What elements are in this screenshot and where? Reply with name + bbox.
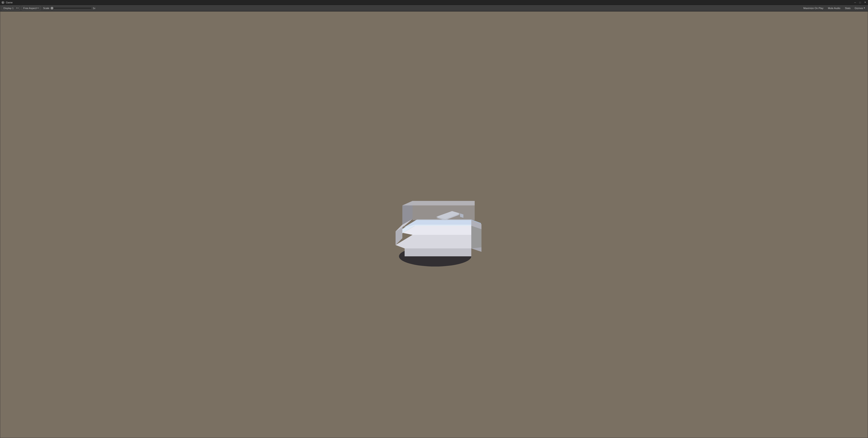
svg-marker-4 [396,235,471,249]
game-toolbar: Display 1 Free Aspect Scale 1x Maximize … [0,5,868,11]
scale-slider[interactable] [51,8,91,8]
close-button[interactable]: ✕ [864,1,867,4]
window-title: Game [6,1,13,4]
gizmos-button[interactable]: Gizmos ▼ [854,6,866,10]
mute-audio-button[interactable]: Mute Audio [827,6,842,10]
minimize-button[interactable]: ─ [854,1,857,4]
title-bar: Game ─ □ ✕ [0,0,868,5]
window-controls: ─ □ ✕ [854,1,867,4]
svg-marker-3 [405,249,471,256]
stats-button[interactable]: Stats [844,6,852,10]
scale-value: 1x [93,7,97,9]
game-viewport [0,11,868,438]
svg-marker-17 [402,201,475,205]
scene-container [377,168,491,281]
maximize-button[interactable]: □ [859,1,862,4]
title-bar-left: Game [1,1,13,4]
aspect-dropdown[interactable]: Free Aspect [22,6,40,10]
scale-label: Scale [43,7,50,9]
maximize-on-play-button[interactable]: Maximize On Play [802,6,825,10]
scale-group: Scale 1x [43,7,97,9]
gizmos-chevron-icon: ▼ [864,7,865,9]
bed-scene-svg [377,168,491,270]
game-icon [1,1,4,4]
gizmos-label: Gizmos [855,7,863,9]
display-dropdown[interactable]: Display 1 [2,6,20,10]
svg-marker-1 [2,2,4,3]
